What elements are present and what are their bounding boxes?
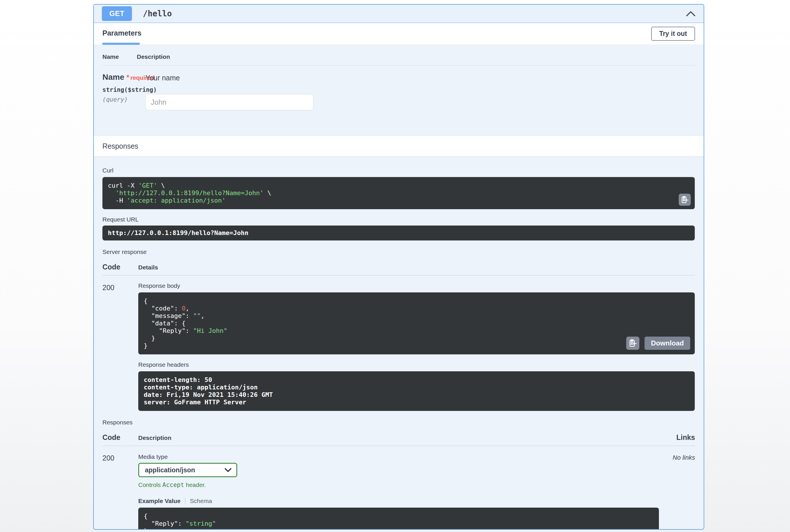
response-headers-block: content-length: 50content-type: applicat… [138,371,695,411]
server-response-table-header: Code Details [102,263,695,271]
parameter-description: Your name [146,74,313,82]
responses-body: Curl curl -X 'GET' \ 'http://127.0.0.1:8… [94,157,704,530]
tab-example-value[interactable]: Example Value [138,498,185,505]
response-body-block: Download { "code": 0, "message": "", "da… [138,292,695,354]
tab-bar: Parameters Try it out [94,23,704,45]
name-parameter-input[interactable] [146,94,313,110]
controls-accept-note: Controls Accept header. [138,481,673,488]
operation-block: GET /hello Parameters Try it out Name De… [93,4,704,530]
parameters-table-header: Name Description [102,53,695,60]
responses-section-header: Responses [94,135,704,157]
documented-description-cell: Media type application/json Controls Acc… [138,453,673,530]
copy-clipboard-icon [629,339,637,347]
response-body-actions: Download [626,337,690,350]
column-description: Description [138,434,172,441]
chevron-down-icon [224,468,232,472]
column-code: Code [102,433,138,442]
parameter-description-cell: Your name [137,73,313,110]
documented-status-code: 200 [102,453,138,530]
parameter-info: Name *required string($string) (query) [102,73,137,110]
request-url-value: http://127.0.0.1:8199/hello?Name=John [102,226,695,241]
documented-responses-table-header: Code Description Links [102,433,695,442]
server-response-label: Server response [102,248,695,255]
request-url-label: Request URL [102,216,695,223]
tab-schema[interactable]: Schema [185,498,212,505]
documented-responses-label: Responses [102,419,695,426]
copy-clipboard-icon [681,196,689,204]
response-details-cell: Response body Downloa [138,282,695,411]
response-body-label: Response body [138,282,695,289]
column-details: Details [138,264,158,271]
curl-command-block: curl -X 'GET' \ 'http://127.0.0.1:8199/h… [102,177,695,209]
parameter-type: string($string) [102,87,137,93]
required-asterisk: * [127,74,129,81]
documented-response-row: 200 Media type application/json Controls… [102,446,695,530]
response-headers-label: Response headers [138,361,695,368]
media-type-select[interactable]: application/json [138,463,237,477]
copy-response-button[interactable] [626,337,639,350]
column-name: Name [102,53,137,60]
collapse-button[interactable] [686,11,696,17]
column-links: Links [676,433,695,442]
column-description: Description [137,53,170,60]
parameter-row: Name *required string($string) (query) Y… [102,66,695,110]
tab-parameters[interactable]: Parameters [102,23,141,45]
server-response-row: 200 Response body [102,276,695,411]
download-button[interactable]: Download [644,337,690,350]
response-status-code: 200 [102,282,138,411]
chevron-up-icon [686,11,696,17]
media-type-label: Media type [138,453,673,460]
operation-path: /hello [143,9,172,18]
no-links-text: No links [673,453,695,530]
method-badge: GET [102,6,132,21]
curl-label: Curl [102,167,695,174]
parameter-location: (query) [102,96,137,103]
copy-curl-button[interactable] [679,194,691,206]
responses-title: Responses [102,142,138,150]
operation-header[interactable]: GET /hello [94,5,704,23]
column-code: Code [102,263,138,271]
example-tabs: Example Value Schema [138,498,673,505]
media-type-value: application/json [145,466,195,474]
parameters-section: Name Description Name *required string($… [94,45,704,135]
parameter-name: Name *required [102,73,137,82]
example-value-block: { "Reply": "string"} [138,508,659,530]
try-it-out-button[interactable]: Try it out [651,27,695,41]
